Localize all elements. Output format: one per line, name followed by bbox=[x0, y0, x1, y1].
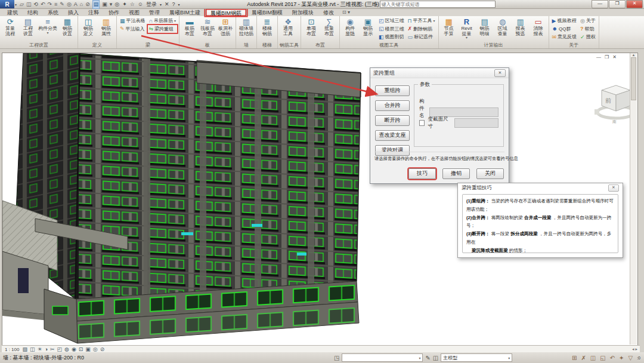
shadows-icon[interactable]: ◑ bbox=[45, 346, 48, 352]
ribbon-button-span-regroup[interactable]: ⇋梁跨重组 bbox=[148, 25, 177, 33]
view-cut-icon[interactable]: ◧ bbox=[379, 34, 384, 40]
ribbon-button-view-cut[interactable]: ◧视图剖切 bbox=[377, 33, 405, 41]
editable-only-icon[interactable]: ✎ bbox=[425, 355, 430, 361]
worksharing-display-icon[interactable]: ⊘ bbox=[100, 346, 105, 352]
about-icon[interactable]: ◎ bbox=[580, 18, 585, 24]
hole-strengthen-icon[interactable]: ⊞ bbox=[222, 17, 229, 26]
workset-select[interactable]: ▾ bbox=[342, 353, 423, 362]
ribbon-tab[interactable]: 修改 bbox=[318, 8, 339, 16]
drag-elements-icon[interactable]: ↶ bbox=[610, 355, 615, 361]
measure-icon[interactable]: ≡ bbox=[54, 1, 57, 8]
ribbon-button-project-settings[interactable]: ▤工程 设置 bbox=[20, 17, 36, 36]
ribbon-tab[interactable]: 系统 bbox=[43, 8, 63, 16]
ribbon-tab[interactable]: 视图 bbox=[124, 8, 144, 16]
hscroll-arrow-icon[interactable]: ◂ ▸ bbox=[632, 347, 637, 352]
tips-close-icon[interactable]: ✕ bbox=[608, 184, 619, 192]
clear-report-icon[interactable]: ▭ bbox=[534, 17, 541, 26]
feedback-icon[interactable]: ✉ bbox=[552, 34, 557, 40]
save-icon[interactable]: ◫ bbox=[26, 1, 32, 8]
general-tool-icon[interactable]: ❖ bbox=[284, 17, 292, 26]
ribbon-button-calc-flow[interactable]: ⟳算量 流程 bbox=[2, 17, 18, 36]
ribbon-button-flat-table[interactable]: ▦平法表格 bbox=[119, 17, 147, 25]
ribbon-tab[interactable]: 插入 bbox=[63, 8, 83, 16]
ribbon-button-rebar-props[interactable]: ▥钢筋 属性 bbox=[98, 17, 114, 36]
restore-button[interactable]: ❒ bbox=[609, 0, 626, 8]
app-menu-arrow-icon[interactable]: ▾ bbox=[15, 2, 17, 7]
delete-rebar-icon[interactable]: ✗ bbox=[408, 26, 413, 32]
node-calc-icon[interactable]: ▦ bbox=[445, 17, 452, 26]
help-icon[interactable]: ? bbox=[172, 1, 175, 7]
dialog-button[interactable]: 查改梁支座 bbox=[375, 130, 410, 141]
redo-icon[interactable]: ↷ bbox=[48, 1, 52, 8]
exclude-options-icon[interactable]: ✗ bbox=[581, 355, 586, 361]
select-underlay-icon[interactable]: ◱ bbox=[600, 355, 605, 361]
revit-quantity-icon[interactable]: R bbox=[464, 17, 469, 26]
open-icon[interactable]: ▱ bbox=[20, 1, 24, 8]
settings-icon[interactable]: ✦ bbox=[619, 355, 624, 361]
project-settings-icon[interactable]: ▤ bbox=[24, 17, 32, 26]
filter-icon[interactable]: ▽ bbox=[628, 355, 633, 361]
ribbon-button-rebar-display[interactable]: ▣钢筋 显示 bbox=[360, 17, 376, 36]
dialog-button[interactable]: 合并跨 bbox=[375, 100, 410, 111]
ribbon-button-rebar-settings[interactable]: ▦钢筋 设置 bbox=[59, 17, 76, 36]
ribbon-button-single-place[interactable]: ⊡单项 布置 bbox=[303, 17, 320, 36]
constraints-view-icon[interactable]: ◎ bbox=[93, 346, 98, 352]
help-doc-icon[interactable]: ? bbox=[580, 26, 584, 32]
crop-region-icon[interactable]: ◰ bbox=[57, 346, 63, 352]
dialog-button[interactable]: 断开跨 bbox=[375, 115, 410, 126]
rebar-settings-icon[interactable]: ▦ bbox=[64, 17, 71, 26]
ribbon-tab[interactable]: 注释 bbox=[83, 8, 104, 16]
dialog-titlebar[interactable]: 梁跨重组 ✕ bbox=[370, 68, 509, 78]
ribbon-button-node-calc[interactable]: ▦节点 手算 bbox=[441, 17, 457, 36]
sun-path-icon[interactable]: ☀ bbox=[38, 346, 42, 352]
scrollbar-thumb[interactable] bbox=[631, 57, 636, 100]
ribbon-tab[interactable]: 协作 bbox=[104, 8, 124, 16]
dialog-button-footer[interactable]: 撤销 bbox=[442, 168, 470, 179]
qq-group-icon[interactable]: ☻ bbox=[552, 26, 558, 32]
report-preview-icon[interactable]: ▥ bbox=[516, 17, 524, 26]
ribbon-button-stair-rebar[interactable]: ≣楼梯 钢筋 bbox=[259, 17, 275, 36]
align-tool-icon[interactable]: ⊓ bbox=[408, 18, 412, 24]
ribbon-tab[interactable]: 结构 bbox=[23, 8, 43, 16]
tag-icon[interactable]: ◎ bbox=[67, 1, 72, 8]
aligned-dimension-icon[interactable]: ✎ bbox=[60, 1, 64, 8]
revit-logo[interactable]: R bbox=[0, 0, 14, 8]
ribbon-button-flat-input[interactable]: ✎平法输入 bbox=[119, 25, 147, 33]
flat-table-icon[interactable]: ▦ bbox=[120, 18, 125, 24]
ribbon-button-wall-tie[interactable]: ▥砌体墙 拉结筋 bbox=[238, 17, 255, 36]
ribbon-button-about[interactable]: ◎关于 bbox=[579, 17, 597, 25]
dialog-button-footer[interactable]: 关闭 bbox=[476, 168, 504, 179]
help-arrow-icon[interactable]: ▾ bbox=[178, 2, 180, 7]
ribbon-button-general-tool[interactable]: ❖通用 工具 bbox=[280, 17, 296, 36]
ribbon-button-region-query[interactable]: ◍区域 查量 bbox=[494, 17, 511, 36]
ribbon-button-license[interactable]: ✓授权 bbox=[579, 33, 597, 41]
communication-center-icon[interactable]: ✦ bbox=[122, 1, 127, 7]
worksets-icon[interactable]: ◳ bbox=[334, 355, 339, 361]
component-visibility-icon[interactable]: ◉ bbox=[346, 17, 353, 26]
dialog-close-icon[interactable]: ✕ bbox=[494, 69, 506, 77]
ribbon-tab[interactable]: 建筑 bbox=[2, 8, 23, 16]
ribbon-button-feedback[interactable]: ✉意见反馈 bbox=[551, 33, 578, 41]
slab-rebar-icon[interactable]: ▬ bbox=[186, 17, 194, 26]
crop-view-icon[interactable]: ✂ bbox=[50, 346, 55, 352]
wall-tie-icon[interactable]: ▥ bbox=[243, 17, 250, 26]
rebar-display-icon[interactable]: ▣ bbox=[364, 17, 371, 26]
ribbon-button-report-preview[interactable]: ▥报表 预选 bbox=[512, 17, 529, 36]
modify-flyout-icon[interactable]: ⊡ ▾ bbox=[342, 8, 350, 16]
ribbon-tab[interactable]: 管理 bbox=[144, 8, 165, 16]
ribbon-button-rebar-schedule[interactable]: ▤钢筋 明细 bbox=[476, 17, 493, 36]
variable-section-checkbox[interactable] bbox=[419, 120, 425, 126]
favorites-star-icon[interactable]: ☆ bbox=[130, 1, 135, 7]
design-option-select[interactable]: 主模型▾ bbox=[441, 353, 512, 362]
tips-titlebar[interactable]: 梁跨重组技巧 ✕ bbox=[458, 183, 623, 193]
text-icon[interactable]: A bbox=[74, 1, 78, 8]
ribbon-button-raft-rebar[interactable]: ≋筏板筋 布置 bbox=[199, 17, 216, 36]
ribbon-button-hole-strengthen[interactable]: ⊞板洞补 强筋 bbox=[217, 17, 234, 36]
visual-style-icon[interactable]: ▧ bbox=[22, 346, 27, 352]
view-cube-front-label[interactable]: 前 bbox=[605, 97, 611, 104]
component-class-icon[interactable]: ≡ bbox=[45, 17, 50, 26]
ribbon-button-rebar-define[interactable]: ◫钢筋 定义 bbox=[80, 17, 97, 36]
ribbon-button-floor-3d[interactable]: ◱楼层三维 bbox=[377, 25, 405, 33]
mark-component-icon[interactable]: ▭ bbox=[408, 34, 413, 40]
dropdown-arrow-icon[interactable]: ▾ bbox=[174, 19, 176, 23]
